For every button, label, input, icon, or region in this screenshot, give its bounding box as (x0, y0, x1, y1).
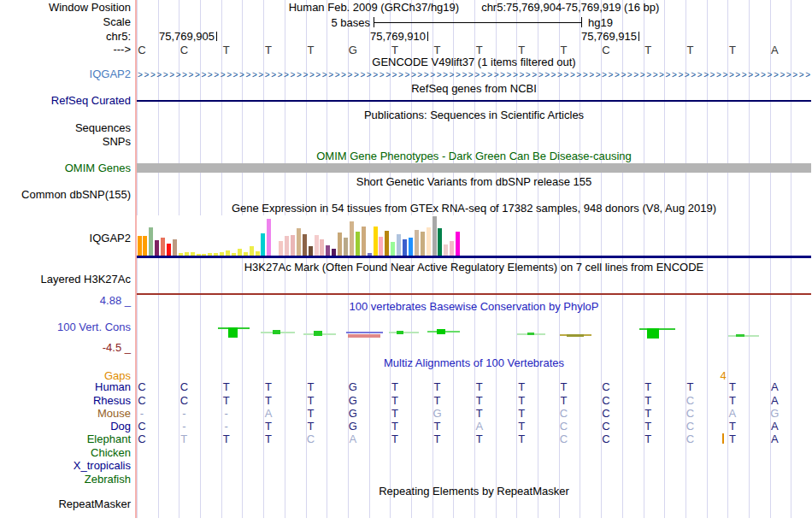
omim-gene-bar[interactable] (137, 163, 811, 173)
alignment-base: C (554, 421, 574, 432)
conservation-score-bar (647, 328, 659, 339)
track-label-chrom[interactable]: chr5: (0, 31, 131, 43)
sequence-base: T (511, 44, 532, 56)
sequence-base: T (385, 44, 405, 56)
alignment-base: T (469, 395, 490, 406)
alignment-base: C (680, 421, 701, 432)
species-label-human[interactable]: Human (0, 381, 131, 393)
alignment-base: T (511, 421, 532, 432)
gtex-tissue-bar (291, 235, 295, 256)
track-label-cons-max[interactable]: 4.88 _ (0, 295, 131, 307)
ruler-tick-label: 75,769,905 (138, 31, 215, 42)
sequence-base: G (343, 44, 363, 56)
conservation-score-bar (736, 334, 744, 337)
sequence-base: T (722, 44, 743, 56)
gtex-tissue-bar (350, 221, 354, 256)
gtex-baseline (137, 256, 811, 258)
alignment-base: A (343, 433, 363, 445)
sequence-base: T (680, 44, 701, 56)
sequence-base: A (764, 44, 785, 56)
track-label-sequences[interactable]: Sequences (0, 122, 131, 134)
species-label-zebrafish[interactable]: Zebrafish (0, 474, 131, 486)
gtex-tissue-bar (432, 216, 437, 256)
sequence-base: C (596, 44, 616, 56)
gtex-tissue-bar (344, 238, 348, 256)
track-label-vert-cons[interactable]: 100 Vert. Cons (0, 321, 131, 333)
ruler-tick-mark (427, 32, 428, 41)
species-label-mouse[interactable]: Mouse (0, 408, 131, 420)
sequence-base: T (638, 44, 658, 56)
conservation-score-bar (567, 334, 584, 337)
track-label-refseq-curated[interactable]: RefSeq Curated (0, 95, 131, 107)
alignment-base: G (343, 381, 363, 392)
alignment-base: T (258, 381, 279, 392)
alignment-base: T (427, 421, 447, 432)
species-label-dog[interactable]: Dog (0, 421, 131, 433)
gtex-tissue-bar (238, 249, 242, 256)
track-title-dbsnp[interactable]: Short Genetic Variants from dbSNP releas… (137, 176, 811, 188)
track-title-phylop[interactable]: 100 vertebrates Basewise Conservation by… (137, 301, 811, 313)
alignment-base: - (132, 408, 152, 419)
alignment-base: T (511, 408, 532, 419)
track-label-snps[interactable]: SNPs (0, 136, 131, 148)
sequence-base: T (258, 44, 279, 56)
gencode-gene-arrows[interactable]: >>>>>>>>>>>>>>>>>>>>>>>>>>>>>>>>>>>>>>>>… (138, 69, 811, 80)
alignment-base: T (511, 395, 532, 406)
track-title-omim[interactable]: OMIM Gene Phenotypes - Dark Green Can Be… (137, 150, 811, 162)
gtex-tissue-bar (332, 249, 336, 256)
track-label-scale[interactable]: Scale (0, 16, 131, 28)
alignment-base: C (596, 395, 616, 406)
alignment-base: C (132, 421, 152, 432)
gtex-tissue-bar (403, 239, 407, 256)
alignment-base: T (469, 381, 490, 392)
alignment-base: T (300, 408, 321, 419)
track-label-window-position[interactable]: Window Position (0, 2, 131, 14)
gtex-tissue-bar (261, 233, 265, 256)
track-label-gtex-gene[interactable]: IQGAP2 (0, 233, 131, 244)
track-title-gtex[interactable]: Gene Expression in 54 tissues from GTEx … (137, 203, 811, 215)
gtex-tissue-bar (385, 231, 389, 256)
track-label-strand[interactable]: ---> (0, 44, 131, 56)
species-label-elephant[interactable]: Elephant (0, 433, 131, 445)
alignment-base: T (385, 408, 405, 419)
alignment-base: C (596, 433, 616, 445)
gtex-tissue-bar (309, 246, 313, 256)
alignment-base: T (554, 395, 574, 406)
track-title-rmsk[interactable]: Repeating Elements by RepeatMasker (137, 486, 811, 498)
species-label-rhesus[interactable]: Rhesus (0, 395, 131, 407)
alignment-base: A (764, 421, 785, 432)
alignment-base: C (554, 433, 574, 445)
track-label-repeatmasker[interactable]: RepeatMasker (0, 498, 131, 510)
gtex-tissue-bar (421, 232, 425, 256)
track-label-common-dbsnp[interactable]: Common dbSNP(155) (0, 189, 131, 201)
track-title-gencode[interactable]: GENCODE V49lift37 (1 items filtered out) (137, 56, 811, 68)
alignment-base: T (638, 433, 658, 445)
alignment-base: T (511, 381, 532, 392)
track-label-omim-genes[interactable]: OMIM Genes (0, 162, 131, 174)
sequence-base: T (469, 44, 490, 56)
track-title-h3k27ac[interactable]: H3K27Ac Mark (Often Found Near Active Re… (137, 262, 811, 274)
alignment-base: T (258, 433, 279, 445)
species-label-chicken[interactable]: Chicken (0, 447, 131, 459)
track-label-gencode-gene[interactable]: IQGAP2 (0, 68, 131, 80)
gtex-tissue-bar (338, 233, 342, 256)
alignment-base: T (511, 433, 532, 445)
alignment-base: T (385, 433, 405, 445)
scale-bases-label: 5 bases (293, 17, 370, 28)
track-label-cons-min[interactable]: -4.5 _ (0, 342, 131, 354)
species-label-x_tropicalis[interactable]: X_tropicalis (0, 460, 131, 472)
alignment-base: T (385, 381, 405, 392)
gtex-tissue-bar (315, 235, 319, 256)
alignment-base: G (343, 421, 363, 432)
track-title-pubs[interactable]: Publications: Sequences in Scientific Ar… (137, 109, 811, 121)
alignment-base: T (638, 421, 658, 432)
track-title-refseq[interactable]: RefSeq genes from NCBI (137, 83, 811, 95)
refseq-gene-line[interactable] (137, 100, 811, 102)
gtex-tissue-bar (409, 238, 413, 256)
alignment-base: T (300, 421, 321, 432)
track-title-multiz[interactable]: Multiz Alignments of 100 Vertebrates (137, 357, 811, 369)
alignment-base: C (680, 433, 701, 445)
track-label-layered-h3k27ac[interactable]: Layered H3K27Ac (0, 274, 131, 286)
alignment-base: A (764, 433, 785, 445)
alignment-base: A (764, 381, 785, 392)
